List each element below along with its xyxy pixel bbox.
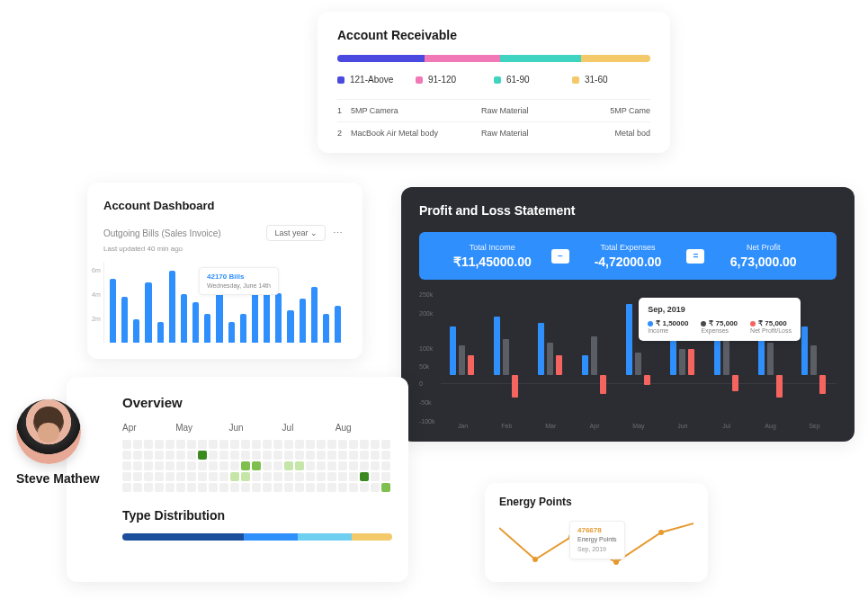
user-profile[interactable]: Steve Mathew [16,399,100,486]
bar-group: Sep [796,294,832,416]
heatmap-cell [273,440,282,449]
heatmap-cell [381,472,390,481]
heatmap-cell [263,451,272,460]
heatmap-cell [327,472,336,481]
heatmap-cell [122,440,131,449]
heatmap-cell [284,483,293,492]
heatmap-cell [230,461,239,470]
chevron-down-icon: ⌄ [310,228,318,237]
stat-income: Total Income₹11,45000.00 [434,243,551,269]
heatmap-cell [198,451,207,460]
heatmap-cell [371,472,380,481]
heatmap-cell [381,483,390,492]
heatmap-cell [371,461,380,470]
ad-title: Account Dashboard [103,199,346,212]
heatmap-cell [144,440,153,449]
bar [169,271,175,343]
heatmap-cell [349,483,358,492]
heatmap-cell [176,483,185,492]
activity-heatmap [122,440,389,492]
heatmap-cell [187,440,196,449]
avatar [16,399,81,464]
ov-title: Overview [122,395,389,410]
heatmap-cell [360,440,369,449]
heatmap-cell [360,461,369,470]
heatmap-cell [252,440,261,449]
bar [275,293,282,343]
heatmap-cell [133,483,142,492]
heatmap-cell [144,461,153,470]
equals-icon: = [686,249,704,264]
more-icon[interactable]: ⋯ [329,228,346,239]
bar [228,322,235,343]
heatmap-cell [306,451,315,460]
minus-icon: – [551,249,569,264]
bar [145,282,151,343]
heatmap-cell [241,440,250,449]
bar [133,319,139,343]
type-dist-title: Type Distribution [122,508,389,523]
heatmap-cell [284,451,293,460]
heatmap-cell [381,440,390,449]
heatmap-cell [209,461,218,470]
heatmap-cell [306,483,315,492]
table-row[interactable]: 2 MacBook Air Metal body Raw Material Me… [337,121,650,144]
heatmap-cell [198,472,207,481]
heatmap-cell [219,483,228,492]
heatmap-cell [349,440,358,449]
type-dist-bar [122,533,392,541]
heatmap-cell [338,461,347,470]
heatmap-cell [306,472,315,481]
bar [287,310,293,343]
bar [323,314,329,343]
heatmap-cell [317,451,326,460]
heatmap-cell [360,483,369,492]
heatmap-cell [360,472,369,481]
heatmap-cell [187,451,196,460]
heatmap-cell [252,472,261,481]
pl-summary-strip: Total Income₹11,45000.00 – Total Expense… [419,232,837,280]
heatmap-cell [263,461,272,470]
pl-chart: 250k200k100k50k0-50k-100k Jan Feb Mar Ap… [419,294,837,429]
heatmap-cell [155,483,164,492]
svg-point-2 [613,559,619,565]
ar-legend-121: 121-Above [337,75,416,85]
bar-group: Jan [444,294,480,416]
ov-months: Apr May Jun Jul Aug [122,423,389,433]
heatmap-cell [219,451,228,460]
heatmap-cell [176,472,185,481]
heatmap-cell [230,483,239,492]
heatmap-cell [176,440,185,449]
heatmap-cell [187,461,196,470]
heatmap-cell [133,461,142,470]
heatmap-cell [209,483,218,492]
heatmap-cell [295,483,304,492]
ar-legend-91: 91-120 [416,75,494,85]
bar-group: Feb [488,294,524,416]
heatmap-cell [230,440,239,449]
heatmap-cell [284,461,293,470]
heatmap-cell [209,451,218,460]
ep-tooltip: 476678 Energy Points Sep, 2019 [569,521,625,559]
ad-subtitle: Outgoing Bills (Sales Invoice) [103,228,221,238]
profit-loss-card: Profit and Loss Statement Total Income₹1… [401,187,855,442]
stat-netprofit: Net Profit6,73,000.00 [704,243,822,269]
table-row[interactable]: 1 5MP Camera Raw Material 5MP Came [337,99,650,121]
heatmap-cell [176,461,185,470]
pl-tooltip: Sep, 2019 ₹ 1,50000Income ₹ 75,000Expens… [639,298,801,341]
stat-expenses: Total Expenses-4,72000.00 [569,243,687,269]
heatmap-cell [327,451,336,460]
heatmap-cell [349,461,358,470]
time-select[interactable]: Last year ⌄ [266,225,326,241]
ar-progress-bar [337,55,650,62]
heatmap-cell [317,472,326,481]
svg-point-0 [532,557,538,562]
bar [240,314,246,343]
ar-title: Account Receivable [337,28,650,42]
bar [157,322,164,343]
heatmap-cell [122,461,131,470]
chart-tooltip: 42170 Bills Wednesday, June 14th [199,267,279,295]
heatmap-cell [381,461,390,470]
heatmap-cell [133,472,142,481]
heatmap-cell [263,440,272,449]
